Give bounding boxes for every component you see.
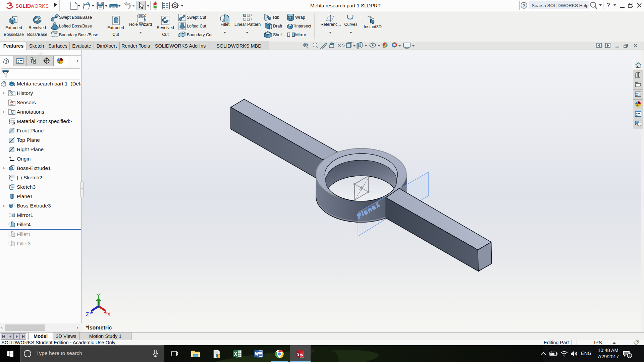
svg-text:S: S	[297, 353, 300, 356]
svg-text:X: X	[107, 312, 111, 318]
svg-text:WORKS: WORKS	[30, 3, 49, 9]
svg-text:*Isometric: *Isometric	[86, 325, 112, 330]
svg-text:Z: Z	[86, 312, 89, 318]
svg-text:SOLID: SOLID	[15, 3, 31, 9]
svg-text:GD: GD	[289, 17, 292, 19]
svg-text:2016: 2016	[300, 356, 304, 358]
svg-text:A: A	[10, 111, 13, 115]
svg-text:?: ?	[523, 3, 526, 8]
svg-text:4: 4	[629, 354, 631, 358]
